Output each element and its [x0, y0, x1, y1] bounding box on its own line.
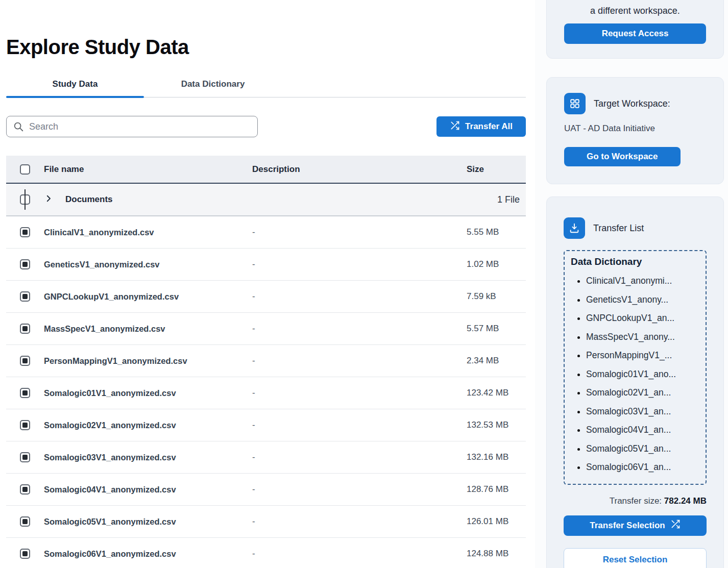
file-name: MassSpecV1_anonymized.csv	[44, 324, 252, 334]
main-content: Explore Study Data Study Data Data Dicti…	[0, 0, 535, 568]
request-access-button[interactable]: Request Access	[564, 23, 706, 44]
row-checkbox[interactable]	[20, 420, 30, 430]
row-checkbox[interactable]	[20, 484, 30, 495]
transfer-list-item: Somalogic05V1_an...	[586, 439, 701, 458]
sidebar: a different workspace. Request Access Ta…	[535, 0, 728, 568]
transfer-list-item: Somalogic06V1_an...	[586, 458, 701, 477]
transfer-selection-button[interactable]: Transfer Selection	[564, 515, 707, 536]
target-workspace-label: Target Workspace:	[594, 98, 670, 109]
transfer-list-items: ClinicalV1_anonymi...GeneticsV1_anony...…	[571, 271, 701, 477]
file-size: 124.88 MB	[463, 549, 526, 559]
workspace-grid-icon	[564, 93, 586, 114]
tab-data-dictionary[interactable]: Data Dictionary	[144, 73, 282, 97]
transfer-list-item: Somalogic01V1_ano...	[586, 365, 701, 384]
tab-data-dictionary-label: Data Dictionary	[181, 79, 245, 89]
transfer-size: Transfer size: 782.24 MB	[564, 496, 707, 506]
reset-selection-button[interactable]: Reset Selection	[564, 548, 707, 568]
column-header-size: Size	[463, 164, 526, 175]
chevron-right-icon[interactable]	[44, 194, 53, 206]
transfer-list-item: GeneticsV1_anony...	[586, 290, 701, 309]
text-caret	[25, 189, 26, 210]
table-row[interactable]: PersonMappingV1_anonymized.csv - 2.34 MB	[6, 345, 526, 377]
file-description: -	[252, 549, 463, 559]
file-size: 128.76 MB	[463, 484, 526, 495]
table-row[interactable]: Somalogic05V1_anonymized.csv - 126.01 MB	[6, 506, 526, 538]
row-checkbox[interactable]	[20, 549, 30, 559]
select-all-checkbox[interactable]	[20, 164, 30, 175]
documents-group-row[interactable]: Documents 1 File	[6, 184, 526, 216]
file-description: -	[252, 388, 463, 398]
file-size: 132.53 MB	[463, 420, 526, 430]
search-input[interactable]	[6, 116, 258, 137]
workspace-name: UAT - AD Data Initiative	[564, 124, 706, 134]
table-row[interactable]: GeneticsV1_anonymized.csv - 1.02 MB	[6, 249, 526, 281]
file-size: 5.57 MB	[463, 324, 526, 334]
transfer-all-label: Transfer All	[465, 121, 513, 132]
row-checkbox[interactable]	[20, 516, 30, 527]
table-header: File name Description Size	[6, 156, 526, 184]
row-checkbox[interactable]	[20, 259, 30, 269]
table-row[interactable]: Somalogic01V1_anonymized.csv - 123.42 MB	[6, 377, 526, 409]
file-description: -	[252, 356, 463, 366]
table-row[interactable]: MassSpecV1_anonymized.csv - 5.57 MB	[6, 313, 526, 345]
toolbar: Transfer All	[6, 116, 526, 137]
transfer-group: Data Dictionary ClinicalV1_anonymi...Gen…	[564, 250, 707, 485]
transfer-selection-label: Transfer Selection	[590, 521, 665, 531]
search-box	[6, 116, 258, 137]
transfer-list-item: ClinicalV1_anonymi...	[586, 271, 701, 290]
file-name: GNPCLookupV1_anonymized.csv	[44, 292, 252, 302]
row-checkbox[interactable]	[20, 452, 30, 462]
row-checkbox[interactable]	[20, 324, 30, 334]
transfer-size-label: Transfer size:	[610, 496, 662, 506]
file-description: -	[252, 484, 463, 495]
tab-study-data-label: Study Data	[53, 79, 98, 89]
page-title: Explore Study Data	[6, 36, 526, 59]
transfer-list-card: Transfer List Data Dictionary ClinicalV1…	[546, 196, 724, 568]
file-description: -	[252, 516, 463, 527]
transfer-list-item: PersonMappingV1_...	[586, 346, 701, 365]
transfer-list-title: Transfer List	[593, 223, 644, 234]
workspace-note: a different workspace.	[564, 6, 706, 16]
file-size: 1.02 MB	[463, 259, 526, 269]
documents-size: 1 File	[463, 194, 526, 205]
tab-study-data[interactable]: Study Data	[6, 73, 144, 97]
file-name: ClinicalV1_anonymized.csv	[44, 228, 252, 237]
file-description: -	[252, 291, 463, 302]
file-size: 126.01 MB	[463, 516, 526, 527]
file-name: Somalogic05V1_anonymized.csv	[44, 517, 252, 527]
table-row[interactable]: Somalogic02V1_anonymized.csv - 132.53 MB	[6, 409, 526, 441]
file-description: -	[252, 227, 463, 237]
file-size: 7.59 kB	[463, 291, 526, 302]
search-icon	[13, 121, 24, 134]
file-name: PersonMappingV1_anonymized.csv	[44, 356, 252, 366]
file-description: -	[252, 324, 463, 334]
go-to-workspace-button[interactable]: Go to Workspace	[564, 147, 681, 166]
file-description: -	[252, 420, 463, 430]
table-row[interactable]: Somalogic06V1_anonymized.csv - 124.88 MB	[6, 538, 526, 568]
tab-bar: Study Data Data Dictionary	[6, 73, 526, 97]
table-row[interactable]: Somalogic03V1_anonymized.csv - 132.16 MB	[6, 441, 526, 474]
download-icon	[564, 217, 585, 239]
documents-label: Documents	[65, 194, 113, 205]
table-row[interactable]: ClinicalV1_anonymized.csv - 5.55 MB	[6, 216, 526, 249]
transfer-list-item: Somalogic03V1_an...	[586, 402, 701, 421]
column-header-description: Description	[252, 164, 463, 175]
transfer-size-value: 782.24 MB	[664, 496, 707, 506]
row-checkbox[interactable]	[20, 227, 30, 237]
row-checkbox[interactable]	[20, 356, 30, 366]
file-name: Somalogic01V1_anonymized.csv	[44, 388, 252, 398]
file-description: -	[252, 259, 463, 269]
column-header-file-name: File name	[44, 164, 252, 175]
row-checkbox[interactable]	[20, 388, 30, 398]
transfer-all-button[interactable]: Transfer All	[436, 116, 526, 137]
file-name: Somalogic06V1_anonymized.csv	[44, 549, 252, 559]
table-row[interactable]: Somalogic04V1_anonymized.csv - 128.76 MB	[6, 474, 526, 506]
file-size: 2.34 MB	[463, 356, 526, 366]
file-name: GeneticsV1_anonymized.csv	[44, 260, 252, 269]
transfer-list-item: GNPCLookupV1_an...	[586, 309, 701, 328]
table-body: ClinicalV1_anonymized.csv - 5.55 MB Gene…	[6, 216, 526, 568]
file-table: File name Description Size Documents	[6, 156, 526, 568]
transfer-list-item: Somalogic04V1_an...	[586, 421, 701, 439]
table-row[interactable]: GNPCLookupV1_anonymized.csv - 7.59 kB	[6, 281, 526, 313]
row-checkbox[interactable]	[20, 291, 30, 302]
